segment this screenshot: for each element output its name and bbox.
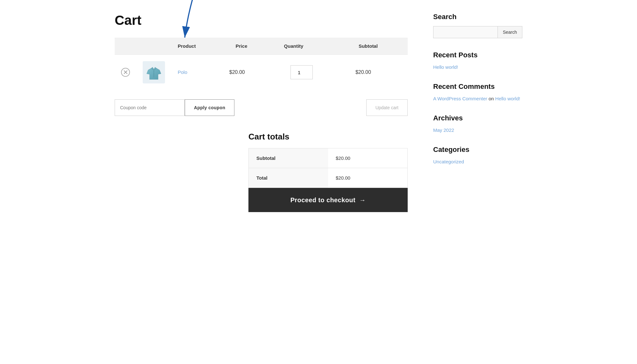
main-content: Cart Product Price Quantity <box>115 13 408 212</box>
comment-separator: on <box>487 96 495 101</box>
product-link[interactable]: Polo <box>178 69 187 75</box>
sidebar-search-section: Search Search <box>433 13 522 38</box>
remove-item-button[interactable]: ✕ <box>121 68 130 77</box>
search-row: Search <box>433 26 522 38</box>
comment-post-link[interactable]: Hello world! <box>495 96 520 101</box>
update-cart-button[interactable]: Update cart <box>366 99 408 116</box>
archives-title: Archives <box>433 114 522 122</box>
categories-title: Categories <box>433 146 522 154</box>
sidebar: Search Search Recent Posts Hello world! … <box>433 13 522 212</box>
cart-totals-title: Cart totals <box>248 132 408 142</box>
col-thumbnail <box>136 38 171 55</box>
product-thumbnail-cell <box>136 55 171 90</box>
totals-table: Subtotal $20.00 Total $20.00 <box>248 148 408 188</box>
product-thumbnail <box>143 61 165 83</box>
sidebar-recent-comments: Recent Comments A WordPress Commenter on… <box>433 82 522 101</box>
proceed-to-checkout-button[interactable]: Proceed to checkout → <box>248 188 408 212</box>
polo-shirt-icon <box>145 64 162 81</box>
coupon-row: Apply coupon Update cart <box>115 99 408 116</box>
subtotal-row: Subtotal $20.00 <box>249 148 408 168</box>
apply-coupon-button[interactable]: Apply coupon <box>185 99 234 116</box>
cart-totals-section: Cart totals Subtotal $20.00 Total $20.00… <box>248 132 408 212</box>
col-price-header: Price <box>223 38 275 55</box>
col-quantity-header: Quantity <box>275 38 349 55</box>
product-price-cell: $20.00 <box>223 55 275 90</box>
total-row: Total $20.00 <box>249 168 408 188</box>
sidebar-recent-posts: Recent Posts Hello world! <box>433 51 522 70</box>
cart-table: Product Price Quantity Subtotal ✕ <box>115 38 408 90</box>
svg-point-2 <box>154 71 154 72</box>
archive-link[interactable]: May 2022 <box>433 127 522 133</box>
col-subtotal-header: Subtotal <box>349 38 408 55</box>
product-name-cell: Polo <box>171 55 223 90</box>
total-value: $20.00 <box>328 168 408 188</box>
recent-posts-title: Recent Posts <box>433 51 522 59</box>
quantity-cell <box>275 55 349 90</box>
checkout-arrow-icon: → <box>359 196 366 204</box>
subtotal-cell: $20.00 <box>349 55 408 90</box>
svg-point-3 <box>154 73 154 74</box>
recent-comment-item: A WordPress Commenter on Hello world! <box>433 96 522 101</box>
sidebar-archives: Archives May 2022 <box>433 114 522 133</box>
subtotal-value: $20.00 <box>328 148 408 168</box>
sidebar-categories: Categories Uncategorized <box>433 146 522 164</box>
remove-cell: ✕ <box>115 55 136 90</box>
category-link[interactable]: Uncategorized <box>433 159 522 164</box>
quantity-input[interactable] <box>290 65 313 79</box>
checkout-label: Proceed to checkout <box>290 196 355 204</box>
comment-author-link[interactable]: A WordPress Commenter <box>433 96 487 101</box>
subtotal-label: Subtotal <box>249 148 328 168</box>
col-product-header: Product <box>171 38 223 55</box>
recent-post-link[interactable]: Hello world! <box>433 64 522 70</box>
search-button[interactable]: Search <box>498 26 522 38</box>
table-row: ✕ <box>115 55 408 90</box>
svg-point-4 <box>154 75 154 75</box>
coupon-input[interactable] <box>115 99 185 116</box>
search-section-title: Search <box>433 13 522 21</box>
recent-comments-title: Recent Comments <box>433 82 522 91</box>
coupon-left: Apply coupon <box>115 99 234 116</box>
total-label: Total <box>249 168 328 188</box>
page-title: Cart <box>115 13 408 28</box>
col-remove <box>115 38 136 55</box>
search-input[interactable] <box>433 26 498 38</box>
